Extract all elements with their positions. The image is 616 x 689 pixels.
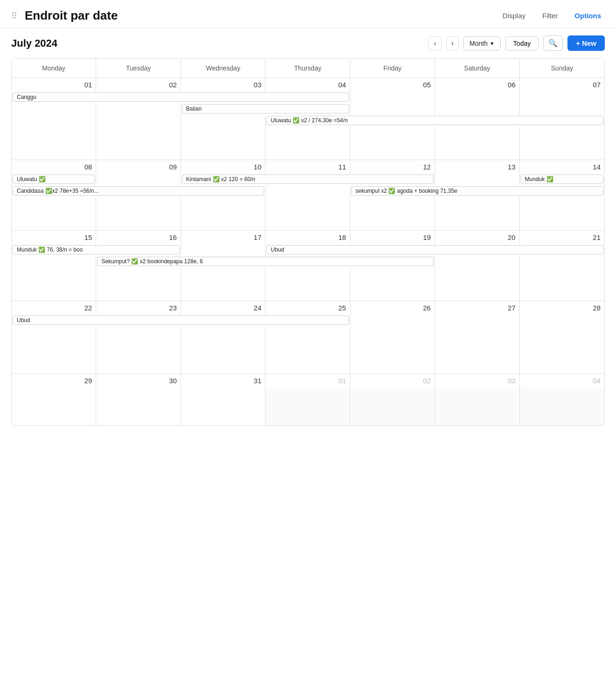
event-uluwatu-w1[interactable]: Uluwatu ✅ x2 / 274.30e =54/n	[266, 116, 603, 125]
wbc[interactable]	[435, 127, 519, 160]
wbc[interactable]	[350, 127, 435, 160]
wbc[interactable]	[96, 327, 181, 373]
wbc[interactable]	[266, 268, 350, 301]
cell-jul-20[interactable]: 20	[435, 231, 519, 245]
event-candidasa[interactable]: Candidasa ✅x2 78e+35 =56/n...	[13, 186, 264, 196]
cell-jul-13[interactable]: 13	[435, 160, 519, 174]
wbc[interactable]	[96, 268, 181, 301]
cell-jul-22[interactable]: 22	[12, 301, 96, 315]
search-button[interactable]: 🔍	[543, 35, 563, 51]
wbc[interactable]	[266, 388, 350, 425]
cell-jul-28[interactable]: 28	[520, 301, 604, 315]
cell-jul-10[interactable]: 10	[181, 160, 266, 174]
cell-jul-06[interactable]: 06	[435, 78, 519, 92]
wbc[interactable]	[12, 127, 96, 160]
cell-aug-04[interactable]: 04	[520, 374, 604, 388]
cell-aug-02[interactable]: 02	[350, 374, 435, 388]
cell-jul-26[interactable]: 26	[350, 301, 435, 315]
wbc[interactable]	[12, 197, 96, 230]
event-sekumpul[interactable]: sekumpul x2 ✅ agoda + booking 71,35e	[351, 186, 603, 196]
cell-jul-12[interactable]: 12	[350, 160, 435, 174]
wbc[interactable]	[96, 388, 181, 425]
wbc[interactable]	[435, 388, 519, 425]
wbc[interactable]	[435, 197, 519, 230]
wbc[interactable]	[266, 127, 350, 160]
display-button[interactable]: Display	[499, 10, 529, 21]
cell-jul-18[interactable]: 18	[266, 231, 350, 245]
week-1: 01 02 03 04 05 06 07 Canggu	[12, 78, 604, 160]
cell-jul-04[interactable]: 04	[266, 78, 350, 92]
event-kintamani[interactable]: Kintamani ✅ x2 120 = 60/n	[182, 175, 434, 184]
wbc[interactable]	[350, 327, 435, 373]
cell-jul-16[interactable]: 16	[96, 231, 181, 245]
cell-jul-01[interactable]: 01	[12, 78, 96, 92]
cell-jul-07[interactable]: 07	[520, 78, 604, 92]
event-sekumput[interactable]: Sekumput? ✅ x2 bookindepapa 128e, 6	[97, 257, 434, 266]
wbc[interactable]	[266, 327, 350, 373]
cell-aug-03[interactable]: 03	[435, 374, 519, 388]
cell-jul-25[interactable]: 25	[266, 301, 350, 315]
options-button[interactable]: Options	[571, 10, 605, 21]
cell-jul-29[interactable]: 29	[12, 374, 96, 388]
wbc[interactable]	[181, 388, 266, 425]
wc	[12, 115, 96, 127]
day-header-thursday: Thursday	[266, 59, 350, 77]
event-munduk-w2[interactable]: Munduk ✅	[521, 175, 603, 184]
event-ubud-w3[interactable]: Ubud	[266, 245, 603, 254]
week-1-event-row-3: Uluwatu ✅ x2 / 274.30e =54/n	[12, 115, 604, 127]
wbc[interactable]	[12, 327, 96, 373]
wbc[interactable]	[350, 268, 435, 301]
day-header-tuesday: Tuesday	[96, 59, 181, 77]
cell-jul-31[interactable]: 31	[181, 374, 266, 388]
wbc[interactable]	[350, 388, 435, 425]
week-4-date-row: 22 23 24 25 26 27 28	[12, 301, 604, 315]
event-canggu[interactable]: Canggu	[13, 92, 349, 102]
wbc[interactable]	[181, 268, 266, 301]
cell-jul-14[interactable]: 14	[520, 160, 604, 174]
cell-aug-01[interactable]: 01	[266, 374, 350, 388]
cell-jul-30[interactable]: 30	[96, 374, 181, 388]
next-month-button[interactable]: ›	[446, 36, 459, 50]
wbc[interactable]	[435, 327, 519, 373]
cell-jul-02[interactable]: 02	[96, 78, 181, 92]
prev-month-button[interactable]: ‹	[428, 36, 441, 50]
wc	[435, 174, 519, 186]
wbc[interactable]	[181, 127, 266, 160]
cell-jul-21[interactable]: 21	[520, 231, 604, 245]
cell-jul-23[interactable]: 23	[96, 301, 181, 315]
wbc[interactable]	[96, 127, 181, 160]
view-select[interactable]: Month ▼	[463, 36, 501, 50]
cell-jul-03[interactable]: 03	[181, 78, 266, 92]
week-1-event-row-1: Canggu	[12, 92, 604, 104]
cell-jul-19[interactable]: 19	[350, 231, 435, 245]
event-ubud-w4[interactable]: Ubud	[13, 316, 349, 325]
wbc[interactable]	[350, 197, 435, 230]
wbc[interactable]	[520, 197, 604, 230]
event-uluwatu-w2[interactable]: Uluwatu ✅	[13, 175, 95, 184]
wbc[interactable]	[520, 327, 604, 373]
today-button[interactable]: Today	[505, 36, 539, 50]
wbc[interactable]	[12, 388, 96, 425]
cell-jul-11[interactable]: 11	[266, 160, 350, 174]
wbc[interactable]	[181, 197, 266, 230]
cell-jul-09[interactable]: 09	[96, 160, 181, 174]
wbc[interactable]	[266, 197, 350, 230]
event-munduk-w3[interactable]: Munduk ✅ 76, 38/n = boo	[13, 245, 180, 254]
cell-jul-15[interactable]: 15	[12, 231, 96, 245]
wbc[interactable]	[520, 127, 604, 160]
cell-jul-17[interactable]: 17	[181, 231, 266, 245]
cell-jul-05[interactable]: 05	[350, 78, 435, 92]
wbc[interactable]	[12, 268, 96, 301]
wbc[interactable]	[435, 268, 519, 301]
filter-button[interactable]: Filter	[539, 10, 561, 21]
wbc[interactable]	[181, 327, 266, 373]
event-balian[interactable]: Balian	[182, 104, 349, 113]
cell-jul-27[interactable]: 27	[435, 301, 519, 315]
wbc[interactable]	[96, 197, 181, 230]
cell-jul-24[interactable]: 24	[181, 301, 266, 315]
wbc[interactable]	[520, 268, 604, 301]
wbc[interactable]	[520, 388, 604, 425]
new-button[interactable]: + New	[567, 35, 605, 51]
wc	[435, 256, 519, 268]
cell-jul-08[interactable]: 08	[12, 160, 96, 174]
